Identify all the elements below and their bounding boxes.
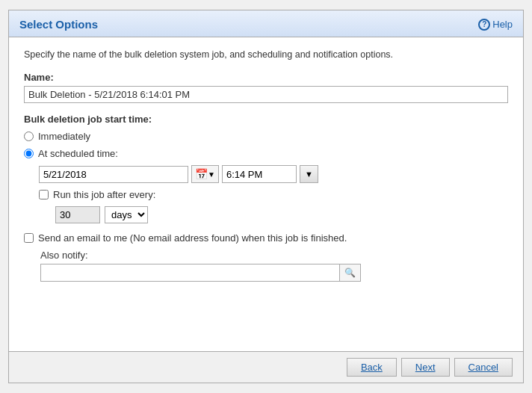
notify-input-row: 🔍 — [40, 264, 508, 282]
email-section: Send an email to me (No email address fo… — [24, 232, 508, 282]
help-link[interactable]: ? Help — [478, 19, 513, 31]
name-label: Name: — [24, 72, 508, 83]
calendar-button[interactable]: 📅 ▼ — [191, 165, 219, 183]
dialog-title: Select Options — [19, 18, 98, 31]
dialog-footer: Back Next Cancel — [9, 351, 523, 383]
help-icon: ? — [478, 19, 490, 31]
next-button[interactable]: Next — [401, 358, 450, 377]
name-input[interactable] — [24, 86, 508, 103]
interval-input[interactable] — [55, 206, 100, 223]
scheduled-label: At scheduled time: — [38, 148, 118, 159]
interval-unit-select[interactable]: days — [105, 206, 148, 223]
scheduled-radio[interactable] — [24, 149, 34, 158]
help-label: Help — [492, 19, 513, 30]
radio-group: Immediately At scheduled time: 📅 ▼ ▼ — [24, 131, 508, 223]
interval-row: days — [55, 206, 508, 223]
email-checkbox-row: Send an email to me (No email address fo… — [24, 232, 508, 244]
also-notify-label: Also notify: — [40, 250, 508, 261]
scheduled-block: 📅 ▼ ▼ Run this job after every: — [39, 165, 508, 223]
datetime-row: 📅 ▼ ▼ — [39, 165, 508, 183]
bulk-start-label: Bulk deletion job start time: — [24, 114, 508, 125]
notify-input[interactable] — [40, 264, 339, 282]
date-input[interactable] — [39, 166, 188, 183]
run-after-label: Run this job after every: — [53, 189, 155, 200]
email-checkbox[interactable] — [24, 233, 34, 243]
notify-lookup-icon: 🔍 — [344, 267, 356, 278]
run-after-checkbox[interactable] — [39, 190, 49, 199]
back-button[interactable]: Back — [347, 358, 397, 377]
immediately-row: Immediately — [24, 131, 508, 142]
scheduled-row: At scheduled time: — [24, 148, 508, 159]
time-dropdown-button[interactable]: ▼ — [300, 165, 318, 183]
cal-dropdown-arrow: ▼ — [208, 170, 215, 179]
email-label: Send an email to me (No email address fo… — [38, 232, 347, 244]
cancel-button[interactable]: Cancel — [454, 358, 513, 377]
description-text: Specify the name of the bulk deletion sy… — [24, 49, 508, 60]
time-dropdown-arrow: ▼ — [305, 170, 313, 179]
calendar-icon: 📅 — [195, 168, 208, 180]
notify-lookup-button[interactable]: 🔍 — [339, 264, 361, 282]
immediately-radio[interactable] — [24, 131, 34, 141]
dialog-body: Specify the name of the bulk deletion sy… — [9, 37, 523, 351]
dialog-container: Select Options ? Help Specify the name o… — [8, 10, 524, 383]
run-after-checkbox-row: Run this job after every: — [39, 189, 508, 200]
dialog-header: Select Options ? Help — [9, 10, 523, 37]
immediately-label: Immediately — [38, 131, 90, 142]
time-input[interactable] — [222, 165, 297, 183]
